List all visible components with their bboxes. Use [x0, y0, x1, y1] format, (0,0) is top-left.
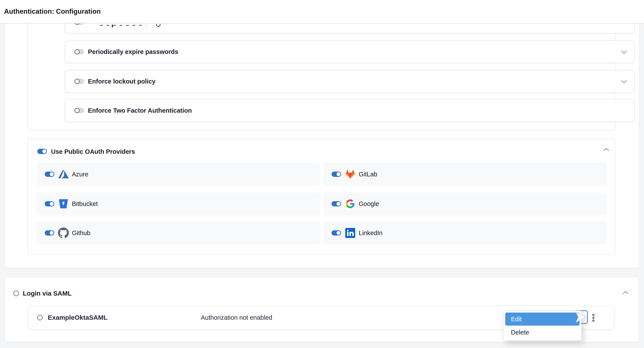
- provider-row-google[interactable]: Google: [323, 192, 607, 215]
- bitbucket-icon: [58, 198, 69, 209]
- saml-config-status: Authorization not enabled: [201, 314, 272, 321]
- setting-row-two-factor[interactable]: Enforce Two Factor Authentication: [65, 99, 634, 122]
- provider-row-linkedin[interactable]: LinkedIn: [323, 221, 607, 244]
- toggle-knob: [49, 230, 54, 236]
- chevron-down-icon[interactable]: [621, 80, 627, 84]
- linkedin-icon: [345, 228, 356, 238]
- toggle-knob: [74, 108, 80, 113]
- github-icon: [58, 228, 69, 238]
- page-title: Authentication: Configuration: [4, 8, 101, 16]
- popup-arrow-icon: [575, 311, 587, 324]
- expire-passwords-toggle[interactable]: [74, 49, 84, 54]
- provider-row-gitlab[interactable]: GitLab: [323, 163, 607, 186]
- provider-row-github[interactable]: Github: [36, 221, 320, 244]
- kebab-dot: [592, 317, 594, 319]
- toggle-knob: [42, 149, 47, 154]
- toggle-knob: [336, 230, 341, 236]
- chevron-down-icon[interactable]: [621, 51, 627, 54]
- oauth-section-title: Use Public OAuth Providers: [51, 148, 135, 155]
- clipped-text-fragment: [100, 25, 146, 26]
- kebab-menu-icon[interactable]: [591, 313, 596, 322]
- kebab-dot: [592, 314, 594, 316]
- gitlab-toggle[interactable]: [332, 171, 341, 177]
- saml-section-title: Login via SAML: [23, 290, 72, 297]
- provider-row-azure[interactable]: Azure: [36, 163, 320, 186]
- menu-item-label: Delete: [511, 329, 529, 336]
- setting-label: Enforce Two Factor Authentication: [88, 107, 192, 114]
- setting-row-expire-passwords[interactable]: Periodically expire passwords: [65, 41, 634, 63]
- saml-radio[interactable]: [13, 291, 19, 296]
- provider-label: Github: [72, 230, 90, 237]
- azure-toggle[interactable]: [45, 171, 54, 177]
- toggle-knob: [74, 49, 80, 54]
- provider-label: Bitbucket: [72, 200, 98, 208]
- saml-config-radio[interactable]: [37, 315, 43, 320]
- google-icon: [345, 198, 356, 209]
- provider-label: Google: [359, 200, 379, 208]
- clipped-text-fragment: [156, 24, 160, 27]
- chevron-up-icon[interactable]: [622, 291, 628, 294]
- oauth-providers-card: Use Public OAuth Providers Azure G: [28, 138, 615, 255]
- toggle-knob: [336, 201, 341, 206]
- setting-label: Enforce lockout policy: [88, 78, 156, 85]
- toggle-knob: [49, 201, 54, 206]
- saml-section-header[interactable]: Login via SAML: [13, 290, 72, 297]
- provider-label: GitLab: [359, 171, 377, 178]
- oauth-master-toggle[interactable]: [37, 149, 47, 154]
- menu-item-delete[interactable]: Delete: [505, 326, 580, 339]
- setting-label: Periodically expire passwords: [88, 48, 178, 56]
- page-header: Authentication: Configuration: [0, 0, 644, 24]
- google-toggle[interactable]: [332, 201, 341, 206]
- bitbucket-toggle[interactable]: [45, 201, 54, 206]
- azure-icon: [58, 169, 69, 180]
- toggle-knob: [49, 171, 54, 177]
- chevron-up-icon[interactable]: [603, 148, 609, 151]
- kebab-dot: [592, 319, 594, 322]
- context-menu: Edit Delete: [503, 311, 582, 340]
- saml-config-name: ExampleOktaSAML: [48, 314, 108, 321]
- menu-item-edit[interactable]: Edit: [505, 312, 580, 326]
- menu-item-label: Edit: [511, 316, 522, 323]
- setting-row-lockout-policy[interactable]: Enforce lockout policy: [65, 70, 634, 93]
- provider-row-bitbucket[interactable]: Bitbucket: [36, 192, 320, 215]
- github-toggle[interactable]: [45, 230, 54, 236]
- toggle-knob: [336, 171, 341, 177]
- toggle-knob: [74, 79, 80, 84]
- linkedin-toggle[interactable]: [332, 230, 341, 236]
- clipped-text-fragment: [112, 25, 113, 27]
- provider-label: Azure: [72, 171, 88, 178]
- two-factor-toggle[interactable]: [74, 108, 84, 113]
- lockout-policy-toggle[interactable]: [74, 79, 84, 84]
- provider-label: LinkedIn: [359, 230, 382, 237]
- gitlab-icon: [345, 169, 356, 180]
